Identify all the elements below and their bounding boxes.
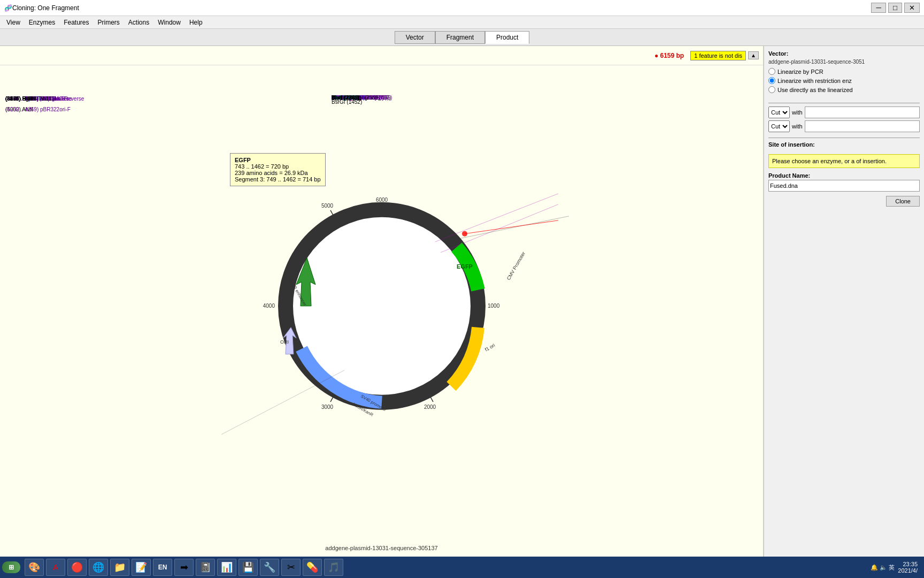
cut1-select[interactable]: Cut (768, 107, 790, 118)
annotation-pbr322ori-f: (4250 .. 4269) pBR322ori-F (5, 105, 71, 115)
titlebar: 🧬 Cloning: One Fragment ─ □ ✕ (0, 0, 924, 16)
product-name-label: Product Name: (768, 172, 920, 179)
plasmid-name-label: addgene-plasmid-13031-sequence-305137 (325, 545, 437, 551)
with2-label: with (792, 123, 803, 130)
taskbar-app-onenote[interactable]: 📓 (196, 559, 215, 576)
tab-fragment[interactable]: Fragment (435, 31, 485, 44)
cut1-row: Cut with (768, 107, 920, 118)
menu-actions[interactable]: Actions (124, 18, 153, 27)
divider1 (768, 103, 920, 103)
linearize-restriction-label: Linearize with restriction enz (777, 78, 852, 84)
svg-text:5000: 5000 (321, 203, 333, 209)
taskbar-app-files[interactable]: 📁 (110, 559, 129, 576)
bp-count: ● 6159 bp (654, 52, 684, 59)
annotation-msci: MscI (2840) (332, 93, 360, 103)
vector-name: addgene-plasmid-13031-sequence-3051 (768, 59, 920, 65)
taskbar-time: 23:35 2021/4/ (898, 561, 918, 574)
vector-label: Vector: (768, 50, 920, 57)
map-area: ● 6159 bp 1 feature is not dis ▲ (0, 46, 764, 557)
vector-section: Vector: addgene-plasmid-13031-sequence-3… (768, 50, 920, 95)
tab-product[interactable]: Product (485, 31, 529, 44)
taskbar-app-en[interactable]: EN (153, 559, 172, 576)
cut1-input[interactable] (805, 107, 920, 118)
menu-primers[interactable]: Primers (94, 18, 124, 27)
svg-text:4000: 4000 (263, 303, 275, 309)
taskbar-app-music[interactable]: 🎵 (324, 559, 343, 576)
svg-text:EGFP: EGFP (457, 263, 473, 270)
taskbar-app-storage[interactable]: 💾 (238, 559, 258, 576)
tooltip-title: EGFP (235, 157, 321, 163)
menu-features[interactable]: Features (59, 18, 93, 27)
svg-text:f1 ori: f1 ori (484, 343, 496, 353)
taskbar-app-scissors[interactable]: ✂ (281, 559, 301, 576)
start-button[interactable]: ⊞ (2, 561, 20, 573)
maximize-button[interactable]: □ (888, 3, 902, 13)
menu-view[interactable]: View (2, 18, 25, 27)
taskbar-app-arrow[interactable]: ➡ (174, 559, 194, 576)
linearize-restriction-radio[interactable] (768, 77, 775, 84)
right-panel: Vector: addgene-plasmid-13031-sequence-3… (764, 46, 924, 557)
map-infobar: ● 6159 bp 1 feature is not dis ▲ (0, 46, 763, 65)
linearize-pcr-radio[interactable] (768, 68, 775, 75)
cut2-input[interactable] (805, 120, 920, 132)
annotation-pflfi: (2876) PflFI - Tth111I (5, 94, 56, 104)
titlebar-title: Cloning: One Fragment (12, 4, 79, 12)
svg-text:CMV Promoter: CMV Promoter (505, 251, 526, 282)
taskbar-app-chrome[interactable]: 🌐 (89, 559, 108, 576)
linearize-pcr-row: Linearize by PCR (768, 68, 920, 75)
use-directly-row: Use directly as the linearized (768, 86, 920, 93)
taskbar-app-photoshop[interactable]: 🎨 (25, 559, 44, 576)
instruction-box: Please choose an enzyme, or a of inserti… (768, 154, 920, 168)
collapse-button[interactable]: ▲ (748, 51, 759, 59)
cut2-select[interactable]: Cut (768, 120, 790, 132)
taskbar-app-med[interactable]: 💊 (303, 559, 322, 576)
tooltip-line2: 239 amino acids = 26.9 kDa (235, 170, 321, 176)
svg-line-16 (221, 370, 344, 435)
site-insertion-label: Site of insertion: (768, 141, 920, 148)
svg-line-14 (441, 204, 558, 253)
use-directly-label: Use directly as the linearized (777, 87, 853, 93)
taskbar: ⊞ 🎨 A 🔴 🌐 📁 📝 EN ➡ 📓 📊 💾 🔧 ✂ 💊 🎵 🔔 🔈 英 2… (0, 557, 924, 578)
divider2 (768, 138, 920, 138)
minimize-button[interactable]: ─ (871, 3, 886, 13)
main-content: ● 6159 bp 1 feature is not dis ▲ (0, 46, 924, 557)
instruction-text: Please choose an enzyme, or a of inserti… (772, 158, 887, 164)
plasmid-map: 6000 1000 2000 3000 4000 5000 (195, 146, 569, 445)
svg-text:1000: 1000 (488, 303, 500, 309)
svg-text:ORI: ORI (280, 339, 289, 345)
menu-enzymes[interactable]: Enzymes (25, 18, 59, 27)
svg-text:6000: 6000 (375, 197, 388, 203)
cut2-row: Cut with (768, 120, 920, 132)
titlebar-icon: 🧬 (4, 4, 12, 12)
taskbar-app-ppt[interactable]: 📊 (217, 559, 236, 576)
feature-warning: 1 feature is not dis (690, 51, 746, 60)
svg-line-25 (465, 220, 558, 234)
taskbar-app-tool[interactable]: 🔧 (260, 559, 279, 576)
linearize-pcr-label: Linearize by PCR (777, 69, 823, 75)
svg-line-13 (435, 194, 558, 242)
taskbar-right: 🔔 🔈 英 23:35 2021/4/ (871, 561, 922, 574)
systray-icons: 🔔 🔈 英 (871, 564, 895, 572)
taskbar-app-notes[interactable]: 📝 (132, 559, 151, 576)
tabbar: Vector Fragment Product (0, 29, 924, 46)
egfp-tooltip: EGFP 743 .. 1462 = 720 bp 239 amino acid… (230, 153, 326, 186)
taskbar-app-red[interactable]: 🔴 (67, 559, 87, 576)
product-name-input[interactable] (768, 180, 920, 192)
taskbar-app-a[interactable]: A (46, 559, 65, 576)
with1-label: with (792, 109, 803, 116)
tooltip-line3: Segment 3: 749 .. 1462 = 714 bp (235, 176, 321, 182)
close-button[interactable]: ✕ (904, 3, 920, 13)
clone-button[interactable]: Clone (886, 196, 920, 207)
svg-text:2000: 2000 (424, 404, 436, 410)
use-directly-radio[interactable] (768, 86, 775, 93)
menubar: View Enzymes Features Primers Actions Wi… (0, 16, 924, 29)
tab-vector[interactable]: Vector (395, 31, 435, 44)
taskbar-apps: 🎨 A 🔴 🌐 📁 📝 EN ➡ 📓 📊 💾 🔧 ✂ 💊 🎵 (25, 559, 871, 576)
linearize-restriction-row: Linearize with restriction enz (768, 77, 920, 84)
tooltip-line1: 743 .. 1462 = 720 bp (235, 163, 321, 170)
menu-window[interactable]: Window (153, 18, 185, 27)
svg-text:3000: 3000 (321, 404, 333, 410)
menu-help[interactable]: Help (185, 18, 207, 27)
